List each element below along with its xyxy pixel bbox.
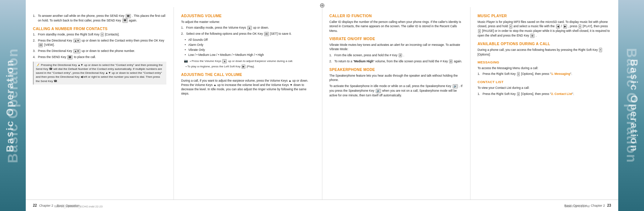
col1-item1: 1. To answer another call while on the p… (33, 14, 166, 23)
footer-file: 080716_CDM8950_ECHO.indd 22-23 (54, 205, 103, 208)
vs1-num: 1. (181, 26, 184, 30)
ct-step1-num: 1. (478, 92, 480, 96)
send-key-3: ☎ (67, 55, 73, 59)
messaging-steps: 1. Press the Right Soft Key ▪ [Options],… (478, 72, 611, 76)
calling-note-text: Pressing the Directional Key ▲▼ up or do… (36, 63, 163, 83)
music-pause-key: ▪ (478, 29, 481, 33)
messaging-option: 1. Messaging (551, 72, 570, 76)
vol-key-sub-1: ▲ (222, 59, 227, 63)
msg-step1-num: 1. (478, 72, 480, 76)
vol-key-1: ▲ (247, 26, 252, 30)
vibrate-heading: VIBRATE ON/OFF MODE (330, 37, 463, 41)
page-footer: 22 Chapter 2 – Basic Operation 080716_CD… (26, 200, 618, 211)
caller-id-heading: CALLER ID FUNCTION (330, 14, 463, 18)
caller-id-text: Caller ID displays the number of the per… (330, 20, 463, 33)
messaging-step-1: 1. Press the Right Soft Key ▪ [Options],… (478, 72, 611, 76)
dir-key-2: ▲▼ (73, 49, 80, 53)
vol-opt-1: All Sounds Off (185, 38, 314, 42)
vol-step-1: 1. From standby mode, press the Volume K… (181, 26, 314, 30)
step2-num: 2. (33, 39, 35, 43)
footer-right: Basic Operation – Chapter 2 23 (80, 203, 611, 207)
hash-key-2: # (449, 59, 453, 64)
calling-step-4: 4. Press the SEND Key ☎ to place the cal… (33, 55, 166, 59)
footer-timestamp: 2008.7.16 4:1:8 PM (565, 205, 590, 208)
medium-high-label: Medium High (354, 59, 373, 63)
content-columns: 1. To answer another call while on the p… (26, 7, 618, 200)
options-key-ct: ▪ (517, 92, 520, 96)
hash-key-1: # (399, 53, 402, 58)
music-play-key: ▪ (579, 24, 581, 29)
ok-key-2: ok (264, 32, 269, 36)
note-icon: 📝 (36, 63, 39, 67)
available-text: During a phone call, you can access the … (478, 48, 611, 57)
available-heading: AVAILABLE OPTIONS DURING A CALL (478, 42, 611, 46)
sub-note-2: • To play a ringtone, press the Left Sof… (184, 64, 314, 69)
column-4: MUSIC PLAYER Music Player is for playing… (470, 7, 618, 200)
step4-num: 4. (33, 55, 35, 59)
messaging-text: To access the Messaging Menu during a ca… (478, 66, 611, 70)
contact-step-1: 1. Press the Right Soft Key ▪ [Options],… (478, 92, 611, 96)
contact-list-heading: CONTACT LIST (478, 80, 611, 84)
footer-page-right: 23 (607, 203, 611, 207)
speaker-heading: SPEAKERPHONE MODE (330, 67, 463, 72)
step1-num: 1. (33, 33, 35, 37)
column-2: ADJUSTING VOLUME To adjust the master vo… (174, 7, 322, 200)
vib-step1-num: 1. (330, 53, 332, 58)
page-wrapper: Basic Operation Basic Operation ⊕ 1. To … (0, 0, 644, 211)
sub-note-icon-1: 📷 (184, 59, 188, 63)
left-sidebar: Basic Operation Basic Operation (0, 0, 26, 211)
dir-key-1: ▲▼ (73, 39, 80, 43)
crosshair-top-bar: ⊕ (26, 0, 618, 7)
calling-note: 📝 Pressing the Directional Key ▲▼ up or … (33, 62, 166, 85)
vs2-num: 2. (181, 32, 184, 36)
call-vol-heading: ADJUSTING THE CALL VOLUME (181, 72, 314, 77)
col1-item1-text: To answer another call while on the phon… (38, 14, 124, 18)
vol-options-list: All Sounds Off Alarm Only Vibrate Only L… (185, 38, 314, 57)
contact-list-option: 2. Contact List (551, 92, 572, 96)
music-heading: MUSIC PLAYER (478, 14, 611, 18)
calling-heading: CALLING A NUMBER FROM CONTACTS (33, 27, 166, 31)
speaker-key-2: 🔊 (376, 89, 381, 93)
music-hold-key: ▪ (509, 24, 512, 29)
contact-list-text: To view your Contact List during a call: (478, 86, 611, 90)
vibrate-text: Vibrate Mode mutes key tones and activat… (330, 43, 463, 52)
vol-steps-list: 1. From standby mode, press the Volume K… (181, 26, 314, 36)
col1-item1-again: again. (129, 19, 137, 22)
speaker-text: The Speakerphone feature lets you hear a… (330, 73, 463, 82)
end-key: ⊗ (530, 34, 535, 38)
main-content: ⊕ 1. To answer another call while on the… (26, 0, 618, 211)
right-soft-key-1: ▪ (101, 33, 103, 37)
left-soft-key-play: ▶ (241, 64, 245, 69)
vibrate-step-1: 1. From the idle screen, press and hold … (330, 53, 463, 58)
adjusting-vol-intro: To adjust the master volume: (181, 20, 314, 24)
adjusting-vol-heading: ADJUSTING VOLUME (181, 14, 314, 18)
column-1: 1. To answer another call while on the p… (26, 7, 174, 200)
speaker-activate: To activate the Speakerphone in idle mod… (330, 84, 463, 97)
vol-opt-2: Alarm Only (185, 43, 314, 47)
calling-step-3: 3. Press the Directional Key ▲▼ up or do… (33, 49, 166, 53)
options-key-msg: ▪ (517, 72, 520, 76)
step3-num: 3. (33, 49, 35, 53)
messaging-heading: MESSAGING (478, 60, 611, 64)
calling-step-2: 2. Press the Directional Key ▲▼ up or do… (33, 39, 166, 47)
vol-step-2: 2. Select one of the following options a… (181, 32, 314, 36)
right-sidebar-text-front: Basic Operation (628, 59, 640, 152)
vibrate-step-2: 2. To return to a "Medium High" volume, … (330, 59, 463, 64)
calling-steps-list: 1. From standby mode, press the Right So… (33, 33, 166, 59)
vol-opt-3: Vibrate Only (185, 48, 314, 52)
calling-step-1: 1. From standby mode, press the Right So… (33, 33, 166, 37)
speaker-key-1: 🔊 (453, 84, 458, 88)
contact-steps: 1. Press the Right Soft Key ▪ [Options],… (478, 92, 611, 96)
send-key-icon-2: ☎ (122, 18, 128, 23)
options-key-1: ▪ (599, 48, 602, 52)
call-vol-text: During a call, if you want to adjust the… (181, 78, 314, 96)
column-3: CALLER ID FUNCTION Caller ID displays th… (322, 7, 470, 200)
sub-note-1: 📷 • Press the Volume Keys ▲ up or down t… (184, 59, 314, 63)
vol-opt-4: Low / • Medium Low / • Medium / • Medium… (185, 53, 314, 57)
music-next-key: ▶ (563, 24, 567, 29)
vibrate-steps: 1. From the idle screen, press and hold … (330, 53, 463, 64)
music-text-full: Music Player is for playing MP3 files sa… (478, 20, 611, 38)
left-sidebar-text-front: Basic Operation (4, 59, 16, 152)
ok-key-1: ok (38, 43, 43, 47)
music-prev-key: ◀ (556, 24, 560, 29)
